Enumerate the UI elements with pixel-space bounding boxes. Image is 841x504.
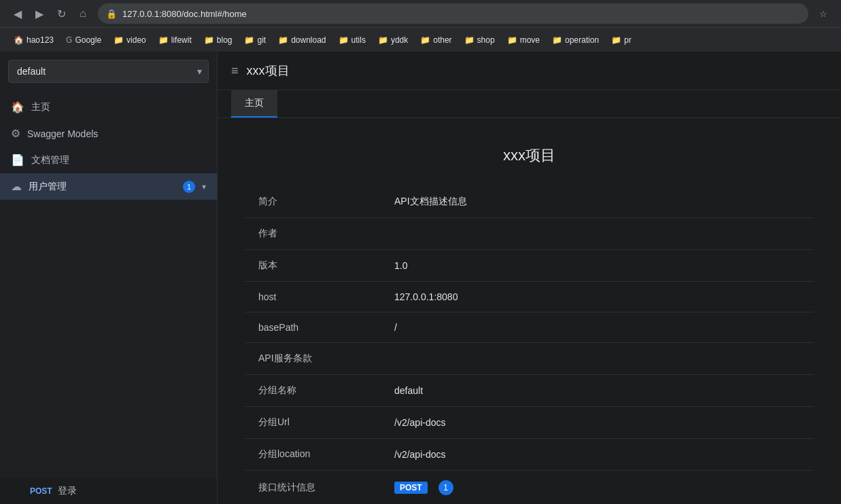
bookmark-blog[interactable]: 📁blog (199, 33, 238, 48)
bookmark-lifewit[interactable]: 📁lifewit (153, 33, 197, 48)
bookmark-icon: 📁 (464, 35, 475, 45)
info-table-row: 分组Url /v2/api-docs (245, 407, 814, 439)
sidebar-select-wrapper: default (8, 60, 209, 83)
info-table-row: basePath / (245, 312, 814, 343)
info-table-row: 作者 (245, 218, 814, 250)
bookmark-label: video (126, 35, 146, 45)
nav-label: Swagger Models (27, 128, 206, 139)
sidebar-navigation: 🏠 主页 ⚙ Swagger Models 📄 文档管理 ☁ 用户管理 1 ▾ (0, 91, 217, 478)
bookmark-icon: 📁 (114, 35, 124, 45)
bookmark-icon: 📁 (611, 35, 621, 45)
bookmark-move[interactable]: 📁move (502, 33, 545, 48)
bookmark-yddk[interactable]: 📁yddk (373, 33, 413, 48)
bookmark-label: move (520, 35, 540, 45)
bookmark-star-button[interactable]: ☆ (814, 4, 833, 23)
bookmark-utils[interactable]: 📁utils (333, 33, 371, 48)
bookmark-icon: 📁 (378, 35, 388, 45)
bookmark-label: hao123 (27, 35, 54, 45)
info-table-row: 分组名称 default (245, 375, 814, 407)
bookmark-icon: 📁 (339, 35, 349, 45)
info-key: 简介 (245, 186, 381, 218)
page-title: xxx项目 (245, 145, 814, 166)
sidebar-sub-items: POST 登录 (0, 478, 217, 504)
menu-icon[interactable]: ≡ (231, 64, 239, 78)
sidebar: default 🏠 主页 ⚙ Swagger Models 📄 文档管理 ☁ 用… (0, 52, 218, 504)
address-bar[interactable]: 🔒 127.0.0.1:8080/doc.html#/home (98, 3, 808, 24)
group-select[interactable]: default (8, 60, 209, 83)
info-value (381, 343, 814, 375)
info-key: 分组名称 (245, 375, 381, 407)
nav-label: 文档管理 (31, 154, 206, 166)
app-container: default 🏠 主页 ⚙ Swagger Models 📄 文档管理 ☁ 用… (0, 52, 841, 504)
info-value: 1.0 (381, 250, 814, 282)
bookmark-operation[interactable]: 📁operation (547, 33, 604, 48)
back-button[interactable]: ◀ (8, 4, 27, 23)
bookmark-label: blog (217, 35, 233, 45)
bookmark-icon: 🏠 (14, 35, 24, 45)
info-value: 127.0.0.1:8080 (381, 282, 814, 312)
count-badge: 1 (439, 480, 453, 495)
bookmarks-bar: 🏠hao123GGoogle📁video📁lifewit📁blog📁git📁do… (0, 27, 841, 52)
info-key: 版本 (245, 250, 381, 282)
url-display: 127.0.0.1:8080/doc.html#/home (122, 9, 800, 19)
post-badge: POST (394, 482, 428, 494)
reload-button[interactable]: ↻ (52, 4, 71, 23)
info-value: default (381, 375, 814, 407)
sidebar-sub-POST-登录[interactable]: POST 登录 (0, 478, 217, 504)
method-label: POST (30, 486, 52, 496)
info-table-row: 分组location /v2/api-docs (245, 439, 814, 471)
bookmark-other[interactable]: 📁other (415, 33, 457, 48)
bookmark-icon: 📁 (204, 35, 214, 45)
bookmark-shop[interactable]: 📁shop (459, 33, 500, 48)
bookmark-Google[interactable]: GGoogle (61, 33, 107, 48)
sidebar-item-users[interactable]: ☁ 用户管理 1 ▾ (0, 173, 217, 200)
bookmark-label: yddk (391, 35, 408, 45)
bookmark-label: git (257, 35, 266, 45)
info-key: 作者 (245, 218, 381, 250)
forward-button[interactable]: ▶ (30, 4, 49, 23)
info-key: 接口统计信息 (245, 471, 381, 505)
sidebar-item-home[interactable]: 🏠 主页 (0, 94, 217, 120)
browser-toolbar: ◀ ▶ ↻ ⌂ 🔒 127.0.0.1:8080/doc.html#/home … (0, 0, 841, 27)
bookmark-label: other (433, 35, 451, 45)
info-table-row: API服务条款 (245, 343, 814, 375)
bookmark-pr[interactable]: 📁pr (606, 33, 637, 48)
nav-badge: 1 (183, 181, 195, 193)
info-key: 分组Url (245, 407, 381, 439)
info-value: / (381, 312, 814, 343)
bookmark-label: utils (351, 35, 366, 45)
browser-chrome: ◀ ▶ ↻ ⌂ 🔒 127.0.0.1:8080/doc.html#/home … (0, 0, 841, 52)
bookmark-label: Google (75, 35, 101, 45)
bookmark-git[interactable]: 📁git (239, 33, 271, 48)
main-content: ≡ xxx项目 主页 xxx项目 简介 API文档描述信息 作者 版本 1.0 … (218, 52, 841, 504)
sidebar-item-docs[interactable]: 📄 文档管理 (0, 147, 217, 173)
bookmark-label: shop (477, 35, 495, 45)
info-table-row: 简介 API文档描述信息 (245, 186, 814, 218)
nav-buttons: ◀ ▶ ↻ ⌂ (8, 4, 92, 23)
tab-主页[interactable]: 主页 (231, 90, 277, 118)
sidebar-item-swagger[interactable]: ⚙ Swagger Models (0, 120, 217, 147)
bookmark-video[interactable]: 📁video (108, 33, 152, 48)
main-header: ≡ xxx项目 (218, 52, 841, 90)
info-table-row: host 127.0.0.1:8080 (245, 282, 814, 312)
bookmark-icon: 📁 (158, 35, 169, 45)
info-key: API服务条款 (245, 343, 381, 375)
info-key: 分组location (245, 439, 381, 471)
nav-icon: ☁ (11, 180, 22, 193)
bookmark-label: operation (565, 35, 599, 45)
info-value: /v2/api-docs (381, 407, 814, 439)
bookmark-icon: G (66, 35, 72, 45)
info-key: host (245, 282, 381, 312)
home-button[interactable]: ⌂ (73, 4, 92, 23)
info-table: 简介 API文档描述信息 作者 版本 1.0 host 127.0.0.1:80… (245, 186, 814, 504)
security-icon: 🔒 (106, 9, 117, 19)
nav-icon: 📄 (11, 154, 24, 166)
info-value (381, 218, 814, 250)
bookmark-download[interactable]: 📁download (273, 33, 331, 48)
info-table-row: 版本 1.0 (245, 250, 814, 282)
nav-label: 主页 (31, 101, 206, 113)
info-value: POST1 (381, 471, 814, 505)
bookmark-icon: 📁 (420, 35, 430, 45)
nav-icon: ⚙ (11, 127, 20, 140)
bookmark-hao123[interactable]: 🏠hao123 (8, 33, 59, 48)
